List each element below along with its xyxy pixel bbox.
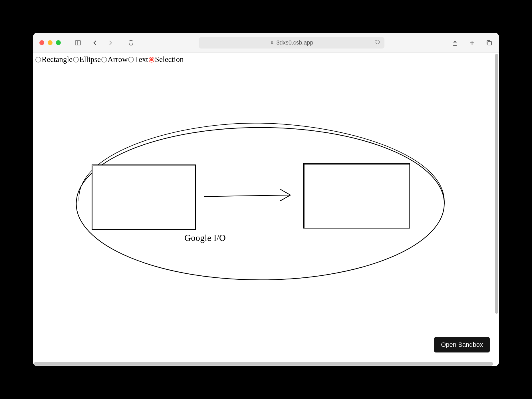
url-text: 3dxs0.csb.app xyxy=(277,39,313,46)
svg-rect-3 xyxy=(271,43,273,44)
svg-rect-10 xyxy=(92,165,196,230)
tool-label: Ellipse xyxy=(79,55,101,64)
radio-icon xyxy=(35,57,41,63)
back-icon[interactable] xyxy=(92,39,98,46)
tool-label: Selection xyxy=(155,55,184,64)
radio-icon xyxy=(149,57,154,63)
open-sandbox-button[interactable]: Open Sandbox xyxy=(434,337,490,352)
shield-icon[interactable] xyxy=(128,39,134,46)
svg-rect-0 xyxy=(75,41,80,45)
tool-label: Text xyxy=(134,55,148,64)
share-icon[interactable] xyxy=(452,39,458,46)
open-sandbox-label: Open Sandbox xyxy=(441,341,483,348)
maximize-window-icon[interactable] xyxy=(56,40,61,45)
tool-selector: Rectangle Ellipse Arrow Text Selection xyxy=(33,53,499,66)
sidebar-toggle-icon[interactable] xyxy=(74,39,81,46)
tool-label: Rectangle xyxy=(42,55,72,64)
radio-icon xyxy=(101,57,107,63)
minimize-window-icon[interactable] xyxy=(48,40,53,45)
svg-rect-8 xyxy=(488,41,491,45)
horizontal-scrollbar[interactable] xyxy=(34,362,493,366)
traffic-lights xyxy=(39,40,61,45)
tool-text[interactable]: Text xyxy=(128,55,148,64)
right-icons xyxy=(452,39,493,46)
browser-window: 3dxs0.csb.app xyxy=(33,33,499,366)
svg-line-14 xyxy=(204,195,289,196)
titlebar: 3dxs0.csb.app xyxy=(33,33,499,53)
vertical-scrollbar[interactable] xyxy=(495,54,498,314)
svg-rect-12 xyxy=(303,164,410,228)
new-tab-icon[interactable] xyxy=(469,39,475,46)
forward-icon[interactable] xyxy=(107,39,114,46)
lock-icon xyxy=(270,41,274,45)
tabs-icon[interactable] xyxy=(486,39,493,46)
reload-icon[interactable] xyxy=(375,39,380,46)
close-window-icon[interactable] xyxy=(39,40,44,45)
nav-arrows xyxy=(92,39,114,46)
tool-selection[interactable]: Selection xyxy=(149,55,184,64)
tool-label: Arrow xyxy=(108,55,128,64)
radio-icon xyxy=(73,57,79,63)
address-bar[interactable]: 3dxs0.csb.app xyxy=(199,37,384,49)
radio-icon xyxy=(128,57,134,63)
drawing-canvas[interactable]: Google I/O xyxy=(33,67,499,366)
tool-rectangle[interactable]: Rectangle xyxy=(35,55,72,64)
canvas-text[interactable]: Google I/O xyxy=(184,233,226,243)
tool-ellipse[interactable]: Ellipse xyxy=(73,55,101,64)
page-content: Rectangle Ellipse Arrow Text Selection xyxy=(33,53,499,366)
tool-arrow[interactable]: Arrow xyxy=(101,55,128,64)
